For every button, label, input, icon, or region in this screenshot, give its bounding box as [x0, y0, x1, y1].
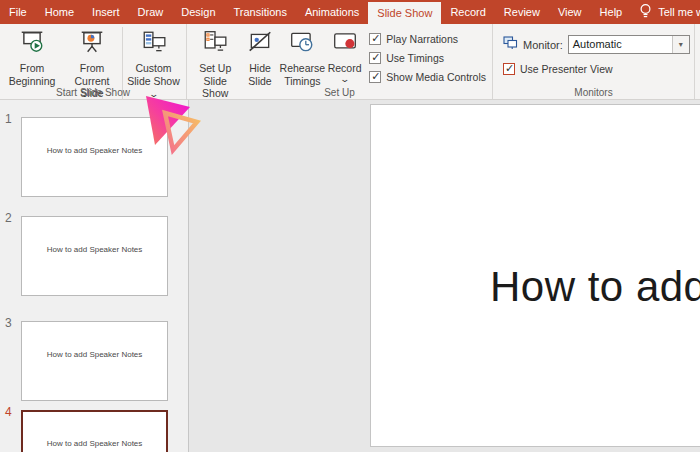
slide-number: 4: [5, 405, 19, 419]
tab-view[interactable]: View: [549, 0, 591, 24]
slide-number: 3: [5, 316, 19, 330]
tab-design[interactable]: Design: [172, 0, 224, 24]
tab-slide-show[interactable]: Slide Show: [368, 2, 441, 24]
chevron-down-icon: ⌄: [339, 75, 350, 83]
record-button[interactable]: Record ⌄: [326, 27, 363, 83]
rehearse-timings-icon: [289, 29, 315, 59]
slide-canvas: How to add: [189, 100, 700, 452]
slide-thumbnail-panel[interactable]: 1 How to add Speaker Notes 2 How to add …: [0, 100, 189, 452]
dropdown-arrow-icon[interactable]: ▾: [672, 36, 689, 53]
group-set-up: Set Up Slide Show Hide Slide Rehearse Ti…: [187, 24, 493, 99]
set-up-slide-show-icon: [202, 29, 228, 59]
tab-draw[interactable]: Draw: [129, 0, 173, 24]
checkbox-icon: [369, 33, 381, 45]
custom-slide-show-icon: [141, 29, 167, 59]
use-timings-checkbox[interactable]: Use Timings: [369, 52, 486, 64]
hide-slide-icon: [247, 29, 273, 59]
record-icon: [332, 29, 358, 59]
tell-me-label: Tell me what: [658, 6, 700, 18]
slide-number: 2: [5, 211, 19, 225]
from-beginning-label: From Beginning: [2, 62, 62, 87]
group-label-monitors: Monitors: [493, 87, 694, 98]
monitor-icon: [503, 36, 518, 54]
thumbnail-title: How to add Speaker Notes: [47, 350, 143, 359]
tab-review[interactable]: Review: [495, 0, 549, 24]
slide-thumbnail-3[interactable]: How to add Speaker Notes: [21, 321, 168, 401]
monitor-label: Monitor:: [523, 39, 563, 51]
setup-checkbox-column: Play Narrations Use Timings Show Media C…: [363, 27, 490, 83]
checkbox-icon: [369, 71, 381, 83]
lightbulb-icon: [639, 3, 652, 21]
tab-record[interactable]: Record: [441, 0, 494, 24]
tab-insert[interactable]: Insert: [83, 0, 129, 24]
use-presenter-view-checkbox[interactable]: Use Presenter View: [495, 54, 694, 75]
tab-transitions[interactable]: Transitions: [225, 0, 296, 24]
ribbon: From Beginning From Current Slide Custom…: [0, 24, 700, 100]
rehearse-timings-label: Rehearse Timings: [279, 62, 326, 87]
group-label-set-up: Set Up: [187, 87, 492, 98]
checkbox-icon: [369, 52, 381, 64]
monitor-dropdown[interactable]: Automatic ▾: [568, 35, 690, 54]
tab-animations[interactable]: Animations: [296, 0, 368, 24]
group-start-slide-show: From Beginning From Current Slide Custom…: [0, 24, 187, 99]
tab-file[interactable]: File: [0, 0, 36, 24]
slide-number: 1: [5, 112, 19, 126]
thumbnail-title: How to add Speaker Notes: [47, 146, 143, 155]
from-beginning-icon: [19, 29, 45, 59]
main-slide[interactable]: How to add: [370, 104, 700, 447]
hide-slide-button[interactable]: Hide Slide: [241, 27, 278, 87]
rehearse-timings-button[interactable]: Rehearse Timings: [279, 27, 326, 87]
checkbox-icon: [503, 63, 515, 75]
tab-home[interactable]: Home: [36, 0, 83, 24]
tab-help[interactable]: Help: [591, 0, 632, 24]
tell-me-box[interactable]: Tell me what: [631, 0, 700, 24]
show-media-controls-label: Show Media Controls: [386, 71, 486, 83]
play-narrations-label: Play Narrations: [386, 33, 458, 45]
ribbon-tab-bar: File Home Insert Draw Design Transitions…: [0, 0, 700, 24]
content-area: 1 How to add Speaker Notes 2 How to add …: [0, 100, 700, 452]
from-beginning-button[interactable]: From Beginning: [2, 27, 62, 87]
use-timings-label: Use Timings: [386, 52, 444, 64]
group-monitors: Monitor: Automatic ▾ Use Presenter View …: [493, 24, 695, 99]
group-label-start-slide-show: Start Slide Show: [0, 87, 186, 98]
from-current-slide-icon: [79, 29, 105, 59]
slide-title-text[interactable]: How to add: [490, 263, 700, 311]
slide-thumbnail-4-selected[interactable]: How to add Speaker Notes: [21, 410, 168, 452]
hide-slide-label: Hide Slide: [241, 62, 278, 87]
show-media-controls-checkbox[interactable]: Show Media Controls: [369, 71, 486, 83]
slide-thumbnail-1[interactable]: How to add Speaker Notes: [21, 117, 168, 197]
thumbnail-title: How to add Speaker Notes: [47, 439, 143, 448]
slide-thumbnail-2[interactable]: How to add Speaker Notes: [21, 216, 168, 296]
use-presenter-view-label: Use Presenter View: [520, 63, 613, 75]
play-narrations-checkbox[interactable]: Play Narrations: [369, 33, 486, 45]
thumbnail-title: How to add Speaker Notes: [47, 245, 143, 254]
monitor-dropdown-value: Automatic: [569, 36, 672, 53]
